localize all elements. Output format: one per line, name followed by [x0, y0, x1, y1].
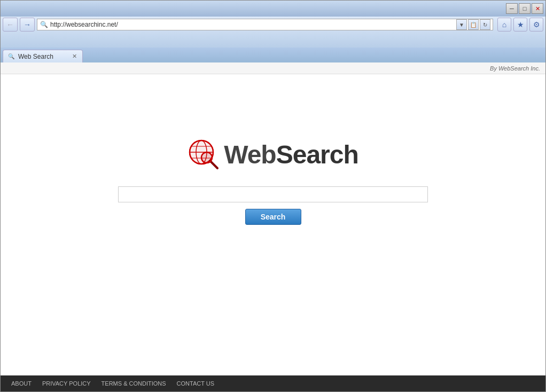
logo-search: Search — [276, 140, 358, 169]
tab-close-button[interactable]: ✕ — [71, 53, 78, 60]
svg-point-7 — [201, 152, 212, 163]
navbar: ← → 🔍 http://websearchinc.net/ ▼ 📋 ↻ ⌂ ★… — [1, 17, 545, 48]
credit-text: By WebSearch Inc. — [490, 65, 540, 72]
address-actions: ▼ 📋 ↻ — [456, 19, 490, 30]
navbar-top: ← → 🔍 http://websearchinc.net/ ▼ 📋 ↻ ⌂ ★… — [1, 17, 545, 33]
footer: ABOUT PRIVACY POLICY TERMS & CONDITIONS … — [1, 375, 545, 391]
search-box-area: Search — [118, 186, 428, 225]
tabsbar: 🔍 Web Search ✕ — [1, 48, 545, 62]
back-button[interactable]: ← — [3, 18, 18, 32]
footer-link-contact[interactable]: CONTACT US — [177, 380, 215, 387]
address-text: http://websearchinc.net/ — [50, 21, 455, 28]
tab-favicon: 🔍 — [7, 53, 15, 60]
history-button[interactable]: 📋 — [468, 19, 479, 30]
titlebar: ─ □ ✕ — [1, 1, 545, 17]
refresh-button[interactable]: ↻ — [480, 19, 490, 30]
logo-icon — [188, 138, 220, 170]
search-input[interactable] — [118, 186, 428, 202]
home-button[interactable]: ⌂ — [497, 18, 511, 32]
infobar: By WebSearch Inc. — [1, 62, 545, 74]
restore-button[interactable]: □ — [519, 3, 531, 14]
nav-right-buttons: ⌂ ★ ⚙ — [497, 18, 543, 32]
window-controls: ─ □ ✕ — [506, 3, 543, 14]
search-dropdown-button[interactable]: ▼ — [456, 19, 467, 30]
footer-link-terms[interactable]: TERMS & CONDITIONS — [102, 380, 166, 387]
footer-link-about[interactable]: ABOUT — [11, 380, 32, 387]
page-content: WebSearch Search — [1, 74, 545, 375]
logo-text: WebSearch — [224, 140, 358, 169]
settings-button[interactable]: ⚙ — [529, 18, 543, 32]
address-bar[interactable]: 🔍 http://websearchinc.net/ ▼ 📋 ↻ — [37, 19, 493, 30]
search-button[interactable]: Search — [245, 209, 301, 225]
forward-button[interactable]: → — [20, 18, 35, 32]
address-icon: 🔍 — [40, 20, 48, 29]
close-button[interactable]: ✕ — [532, 3, 543, 14]
svg-line-6 — [210, 161, 217, 168]
tab-label: Web Search — [18, 53, 53, 60]
browser-window: ─ □ ✕ ← → 🔍 http://websearchinc.net/ ▼ 📋… — [0, 0, 546, 392]
favorites-button[interactable]: ★ — [513, 18, 527, 32]
footer-link-privacy[interactable]: PRIVACY POLICY — [42, 380, 91, 387]
logo-area: WebSearch — [188, 138, 358, 170]
active-tab[interactable]: 🔍 Web Search ✕ — [3, 50, 83, 62]
minimize-button[interactable]: ─ — [506, 3, 518, 14]
logo-web: Web — [224, 140, 276, 169]
